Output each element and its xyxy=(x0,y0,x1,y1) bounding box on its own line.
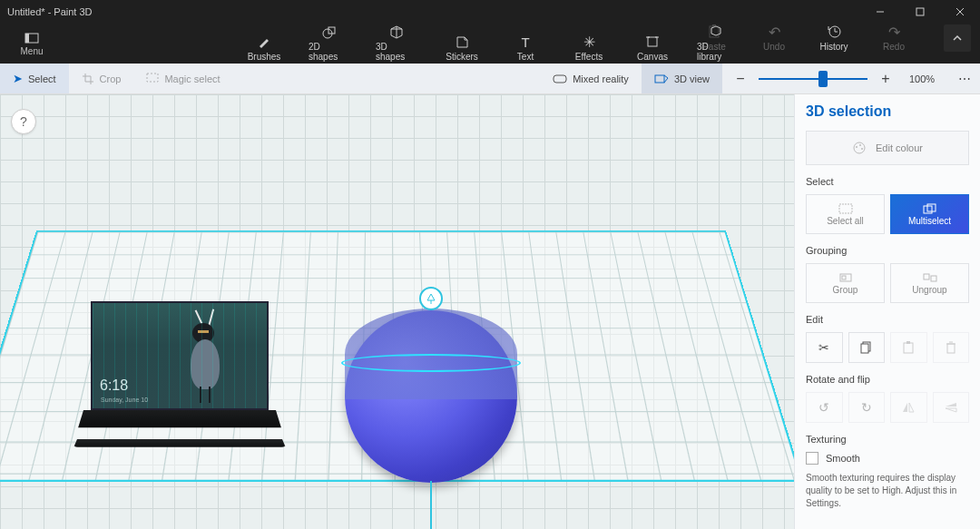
smooth-checkbox[interactable] xyxy=(806,452,818,465)
menu-button[interactable]: Menu xyxy=(0,24,64,64)
panel-title: 3D selection xyxy=(806,103,969,120)
svg-point-19 xyxy=(856,146,858,148)
smooth-checkbox-row[interactable]: Smooth xyxy=(806,452,969,465)
rotate-right-button[interactable]: ↻ xyxy=(848,392,886,423)
history-button[interactable]: History xyxy=(815,24,853,52)
tablet-3d-object[interactable]: 6:18 Sunday, June 10 xyxy=(91,301,290,456)
magic-select-tool[interactable]: Magic select xyxy=(133,64,232,93)
tablet-screen: 6:18 Sunday, June 10 xyxy=(91,301,269,410)
bird-illustration xyxy=(154,312,254,403)
side-panel: 3D selection Edit colour Select Select a… xyxy=(794,94,980,529)
svg-rect-15 xyxy=(554,75,566,83)
svg-rect-8 xyxy=(648,37,657,46)
svg-rect-32 xyxy=(906,341,910,344)
svg-point-21 xyxy=(861,148,863,150)
svg-rect-5 xyxy=(25,34,29,43)
delete-button[interactable] xyxy=(933,332,970,363)
3d-view-button[interactable]: 3D view xyxy=(642,64,722,93)
3d-shapes-icon xyxy=(389,24,404,40)
magic-select-icon xyxy=(146,73,159,85)
minimize-button[interactable] xyxy=(860,0,900,24)
3d-view-icon xyxy=(654,73,669,84)
multiselect-icon xyxy=(923,203,937,214)
ungroup-icon xyxy=(923,272,937,283)
rotate-left-icon: ↺ xyxy=(818,400,829,415)
paste-edit-button[interactable] xyxy=(890,332,927,363)
sticker-icon xyxy=(455,34,469,50)
mixed-reality-button[interactable]: Mixed reality xyxy=(540,64,642,93)
paste-icon xyxy=(903,341,914,354)
canvas-area[interactable]: ? 6:18 Sunday, June 10 xyxy=(0,94,794,529)
z-position-handle[interactable] xyxy=(419,287,443,310)
zoom-in-button[interactable]: + xyxy=(877,71,895,87)
crop-tool[interactable]: Crop xyxy=(69,64,134,93)
flip-h-icon xyxy=(902,402,915,413)
text-tab[interactable]: T Text xyxy=(506,34,544,62)
toolbar: ➤ Select Crop Magic select Mixed reality… xyxy=(0,64,980,94)
edit-colour-button[interactable]: Edit colour xyxy=(806,131,969,165)
texturing-heading: Texturing xyxy=(806,434,969,445)
zoom-thumb[interactable] xyxy=(818,71,828,87)
rotate-left-button[interactable]: ↺ xyxy=(806,392,843,423)
menu-icon xyxy=(24,32,40,44)
svg-rect-12 xyxy=(712,24,716,27)
select-all-button[interactable]: Select all xyxy=(806,194,885,234)
maximize-button[interactable] xyxy=(900,0,940,24)
tablet-kickstand xyxy=(78,410,281,427)
palette-icon xyxy=(852,141,867,155)
brush-icon xyxy=(257,34,271,50)
select-heading: Select xyxy=(806,176,969,187)
zoom-slider[interactable] xyxy=(759,78,867,80)
effects-tab[interactable]: ✳ Effects xyxy=(570,34,608,62)
effects-icon: ✳ xyxy=(583,34,595,50)
canvas-tab[interactable]: Canvas xyxy=(633,34,671,62)
undo-icon: ↶ xyxy=(769,24,780,40)
rotate-flip-heading: Rotate and flip xyxy=(806,374,969,385)
sphere-3d-object[interactable] xyxy=(345,310,517,483)
lockscreen-time: 6:18 xyxy=(100,377,128,394)
zoom-percent: 100% xyxy=(904,73,940,84)
3d-shapes-tab[interactable]: 3D shapes xyxy=(376,24,417,62)
svg-rect-11 xyxy=(710,26,719,37)
flip-v-icon xyxy=(945,402,957,413)
svg-point-20 xyxy=(859,144,861,146)
stickers-tab[interactable]: Stickers xyxy=(443,34,481,62)
selection-ring xyxy=(341,354,521,372)
svg-rect-31 xyxy=(904,343,913,353)
2d-shapes-icon xyxy=(322,24,337,40)
brushes-tab[interactable]: Brushes xyxy=(245,34,283,62)
close-button[interactable] xyxy=(940,0,980,24)
edit-heading: Edit xyxy=(806,314,969,325)
titlebar: Untitled* - Paint 3D xyxy=(0,0,980,24)
window-title: Untitled* - Paint 3D xyxy=(7,6,93,17)
paste-button[interactable]: Paste xyxy=(695,24,733,52)
grouping-heading: Grouping xyxy=(806,245,969,256)
cut-button[interactable]: ✂ xyxy=(806,332,843,363)
undo-button[interactable]: ↶ Undo xyxy=(755,24,793,52)
flip-horizontal-button[interactable] xyxy=(890,392,927,423)
flip-vertical-button[interactable] xyxy=(933,392,970,423)
lockscreen-date: Sunday, June 10 xyxy=(101,397,148,403)
collapse-panel-button[interactable] xyxy=(944,24,971,52)
more-button[interactable]: ⋯ xyxy=(949,72,980,86)
help-button[interactable]: ? xyxy=(11,109,36,134)
svg-rect-22 xyxy=(839,204,852,213)
select-tool[interactable]: ➤ Select xyxy=(0,64,69,93)
cut-icon: ✂ xyxy=(818,340,829,355)
select-all-icon xyxy=(838,203,853,214)
zoom-out-button[interactable]: − xyxy=(731,71,750,87)
multiselect-button[interactable]: Multiselect xyxy=(890,194,969,234)
object-anchor-line xyxy=(430,481,432,529)
2d-shapes-tab[interactable]: 2D shapes xyxy=(309,24,350,62)
crop-icon xyxy=(82,73,94,85)
group-button[interactable]: Group xyxy=(806,263,885,303)
window-controls xyxy=(860,0,980,24)
paste-icon xyxy=(708,24,720,40)
copy-button[interactable] xyxy=(848,332,886,363)
ungroup-button[interactable]: Ungroup xyxy=(890,263,969,303)
smooth-label: Smooth xyxy=(826,453,860,464)
redo-button[interactable]: ↷ Redo xyxy=(875,24,913,52)
svg-rect-30 xyxy=(861,344,868,353)
svg-point-18 xyxy=(854,142,865,153)
rotate-right-icon: ↻ xyxy=(861,400,872,415)
